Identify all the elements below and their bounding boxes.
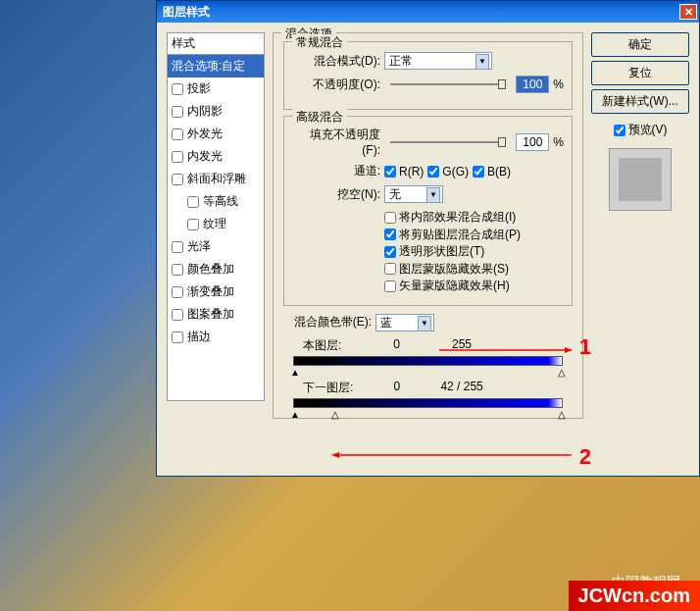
style-blending-options[interactable]: 混合选项:自定 <box>168 55 264 77</box>
advanced-blending-fieldset: 高级混合 填充不透明度(F): 100 % 通道: R(R) G(G) B(B) <box>283 116 573 306</box>
opacity-label: 不透明度(O): <box>292 76 380 93</box>
style-outer-glow[interactable]: 外发光 <box>168 123 264 145</box>
transparency-shapes-checkbox[interactable]: 透明形状图层(T) <box>384 243 484 260</box>
layer-style-dialog: 图层样式 ✕ 样式 混合选项:自定 投影 内阴影 外发光 内发光 斜面和浮雕 等… <box>156 0 700 477</box>
general-blending-fieldset: 常规混合 混合模式(D): 正常 不透明度(O): 100 % <box>283 41 573 110</box>
knockout-select[interactable]: 无 <box>384 185 443 203</box>
dialog-title: 图层样式 <box>163 4 210 21</box>
style-satin[interactable]: 光泽 <box>168 235 264 258</box>
interior-effects-checkbox[interactable]: 将内部效果混合成组(I) <box>384 209 516 226</box>
opacity-input[interactable]: 100 <box>516 76 549 93</box>
clipped-layers-checkbox[interactable]: 将剪贴图层混合成组(P) <box>384 227 521 243</box>
style-color-overlay[interactable]: 颜色叠加 <box>168 258 264 280</box>
blend-mode-label: 混合模式(D): <box>292 53 380 70</box>
outer-glow-checkbox[interactable] <box>172 128 183 140</box>
title-bar[interactable]: 图层样式 ✕ <box>157 1 699 23</box>
channel-b-checkbox[interactable]: B(B) <box>473 165 511 178</box>
general-blending-label: 常规混合 <box>292 34 347 51</box>
bevel-emboss-checkbox[interactable] <box>172 174 183 185</box>
under-layer-gradient[interactable]: ▲ △ △ <box>293 398 563 408</box>
vector-mask-hide-checkbox[interactable]: 矢量蒙版隐藏效果(H) <box>384 278 510 294</box>
advanced-blending-label: 高级混合 <box>292 109 347 126</box>
svg-marker-3 <box>331 452 339 458</box>
blend-mode-select[interactable]: 正常 <box>384 52 492 70</box>
under-layer-split-marker[interactable]: △ <box>331 409 339 417</box>
channel-label: 通道: <box>292 163 380 179</box>
fill-opacity-slider[interactable] <box>390 141 506 143</box>
this-layer-white-marker[interactable]: △ <box>558 367 566 375</box>
under-layer-white-marker[interactable]: △ <box>558 409 566 417</box>
this-layer-label: 本图层: <box>303 337 341 354</box>
style-texture[interactable]: 纹理 <box>168 213 264 235</box>
fill-opacity-unit: % <box>553 135 564 149</box>
channel-g-checkbox[interactable]: G(G) <box>427 165 469 178</box>
this-layer-black-marker[interactable]: ▲ <box>290 367 298 375</box>
styles-list: 混合选项:自定 投影 内阴影 外发光 内发光 斜面和浮雕 等高线 纹理 光泽 颜… <box>167 54 265 401</box>
satin-checkbox[interactable] <box>172 241 183 253</box>
this-layer-low: 0 <box>393 337 400 354</box>
style-drop-shadow[interactable]: 投影 <box>168 77 264 100</box>
drop-shadow-checkbox[interactable] <box>172 83 183 95</box>
style-gradient-overlay[interactable]: 渐变叠加 <box>168 280 264 303</box>
under-layer-label: 下一图层: <box>303 380 353 396</box>
ok-button[interactable]: 确定 <box>591 32 689 57</box>
style-inner-shadow[interactable]: 内阴影 <box>168 100 264 123</box>
fill-opacity-input[interactable]: 100 <box>516 133 549 151</box>
texture-checkbox[interactable] <box>187 219 199 230</box>
under-layer-black-marker[interactable]: ▲ <box>290 409 298 417</box>
annotation-2: 2 <box>579 444 591 470</box>
preview-checkbox[interactable]: 预览(V) <box>591 122 689 138</box>
reset-button[interactable]: 复位 <box>591 61 689 85</box>
blending-options-fieldset: 混合选项 常规混合 混合模式(D): 正常 不透明度(O): 100 % <box>273 32 583 419</box>
this-layer-high: 255 <box>452 337 472 354</box>
blend-if-section: 混合颜色带(E): 蓝 本图层: 0 255 ▲ △ <box>283 314 573 408</box>
fill-opacity-label: 填充不透明度(F): <box>292 127 380 157</box>
opacity-unit: % <box>553 77 564 91</box>
arrow-2 <box>331 449 576 463</box>
close-button[interactable]: ✕ <box>679 4 697 20</box>
pattern-overlay-checkbox[interactable] <box>172 309 183 321</box>
styles-column: 样式 混合选项:自定 投影 内阴影 外发光 内发光 斜面和浮雕 等高线 纹理 光… <box>167 32 265 466</box>
opacity-slider[interactable] <box>390 83 506 85</box>
style-inner-glow[interactable]: 内发光 <box>168 145 264 168</box>
buttons-column: 确定 复位 新建样式(W)... 预览(V) <box>591 32 689 466</box>
this-layer-gradient[interactable]: ▲ △ <box>293 356 563 366</box>
new-style-button[interactable]: 新建样式(W)... <box>591 89 689 114</box>
contour-checkbox[interactable] <box>187 196 199 208</box>
style-contour[interactable]: 等高线 <box>168 190 264 213</box>
gradient-overlay-checkbox[interactable] <box>172 286 183 298</box>
color-overlay-checkbox[interactable] <box>172 264 183 276</box>
style-pattern-overlay[interactable]: 图案叠加 <box>168 303 264 326</box>
inner-glow-checkbox[interactable] <box>172 151 183 163</box>
style-bevel-emboss[interactable]: 斜面和浮雕 <box>168 168 264 190</box>
options-column: 混合选项 常规混合 混合模式(D): 正常 不透明度(O): 100 % <box>273 32 583 466</box>
stroke-checkbox[interactable] <box>172 331 183 343</box>
blend-if-channel-select[interactable]: 蓝 <box>375 314 434 331</box>
style-stroke[interactable]: 描边 <box>168 326 264 348</box>
watermark-logo: JCWcn.com <box>569 581 700 611</box>
styles-header: 样式 <box>167 32 265 54</box>
blend-if-label: 混合颜色带(E): <box>283 314 372 331</box>
layer-mask-hide-checkbox[interactable]: 图层蒙版隐藏效果(S) <box>384 261 509 278</box>
preview-thumbnail <box>609 148 672 211</box>
under-layer-low: 0 <box>394 380 401 396</box>
knockout-label: 挖空(N): <box>292 186 380 203</box>
inner-shadow-checkbox[interactable] <box>172 106 183 118</box>
channel-r-checkbox[interactable]: R(R) <box>384 165 424 178</box>
